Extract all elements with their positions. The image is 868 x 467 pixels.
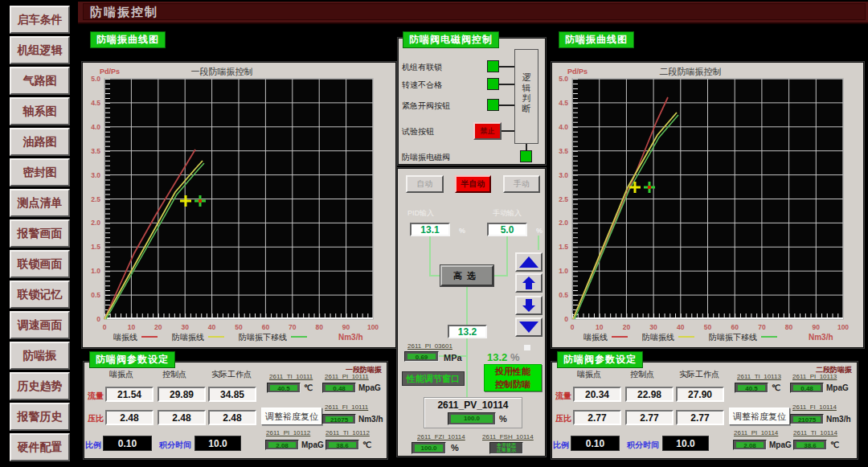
svg-text:3.5: 3.5 (559, 147, 568, 155)
svg-text:2.5: 2.5 (91, 195, 100, 203)
svg-text:100: 100 (837, 323, 849, 331)
svg-text:Pd/Ps: Pd/Ps (100, 68, 120, 76)
svg-text:4.5: 4.5 (559, 99, 568, 107)
svg-text:3.0: 3.0 (559, 171, 568, 179)
svg-text:5.0: 5.0 (559, 75, 568, 83)
svg-text:50: 50 (704, 323, 712, 331)
svg-text:10: 10 (596, 323, 604, 331)
svg-text:防喘振线: 防喘振线 (172, 333, 204, 342)
svg-text:80: 80 (785, 323, 793, 331)
svg-text:40: 40 (208, 323, 216, 331)
svg-text:防喘振下移线: 防喘振下移线 (709, 333, 757, 342)
svg-text:1.5: 1.5 (91, 243, 100, 251)
svg-text:0: 0 (103, 323, 107, 331)
svg-text:90: 90 (342, 323, 350, 331)
svg-text:4.0: 4.0 (559, 123, 568, 131)
svg-text:70: 70 (289, 323, 297, 331)
svg-text:1.0: 1.0 (559, 267, 568, 275)
svg-text:3.0: 3.0 (91, 171, 100, 179)
svg-text:一段防喘振控制: 一段防喘振控制 (191, 67, 253, 76)
svg-text:3.5: 3.5 (91, 147, 100, 155)
svg-text:70: 70 (758, 323, 766, 331)
svg-text:100: 100 (367, 323, 379, 331)
svg-text:防喘振下移线: 防喘振下移线 (239, 333, 287, 342)
svg-text:20: 20 (623, 323, 631, 331)
svg-text:Pd/Ps: Pd/Ps (567, 68, 588, 76)
svg-text:50: 50 (235, 323, 243, 331)
svg-text:2.5: 2.5 (559, 195, 568, 203)
svg-text:80: 80 (315, 323, 323, 331)
svg-text:0: 0 (564, 315, 568, 323)
svg-text:30: 30 (181, 323, 189, 331)
svg-text:0.5: 0.5 (91, 291, 100, 299)
svg-text:Nm3/h: Nm3/h (809, 333, 833, 342)
svg-text:30: 30 (649, 323, 657, 331)
svg-text:4.0: 4.0 (91, 123, 100, 131)
svg-text:2.0: 2.0 (91, 219, 100, 227)
svg-text:喘振线: 喘振线 (583, 333, 608, 342)
svg-text:60: 60 (262, 323, 270, 331)
svg-text:2.0: 2.0 (559, 219, 568, 227)
svg-text:0: 0 (96, 315, 100, 323)
svg-text:二段防喘振控制: 二段防喘振控制 (660, 67, 722, 76)
svg-text:喘振线: 喘振线 (113, 333, 137, 342)
svg-text:90: 90 (813, 323, 821, 331)
svg-text:1.5: 1.5 (559, 243, 568, 251)
svg-text:1.0: 1.0 (91, 267, 100, 275)
svg-text:40: 40 (677, 323, 685, 331)
svg-text:5.0: 5.0 (91, 75, 100, 83)
svg-text:10: 10 (128, 323, 136, 331)
svg-text:防喘振线: 防喘振线 (642, 333, 674, 342)
svg-text:60: 60 (731, 323, 739, 331)
svg-text:20: 20 (154, 323, 162, 331)
svg-text:0: 0 (571, 323, 575, 331)
svg-text:0.5: 0.5 (559, 291, 568, 299)
svg-text:4.5: 4.5 (91, 99, 100, 107)
svg-text:Nm3/h: Nm3/h (338, 333, 363, 342)
